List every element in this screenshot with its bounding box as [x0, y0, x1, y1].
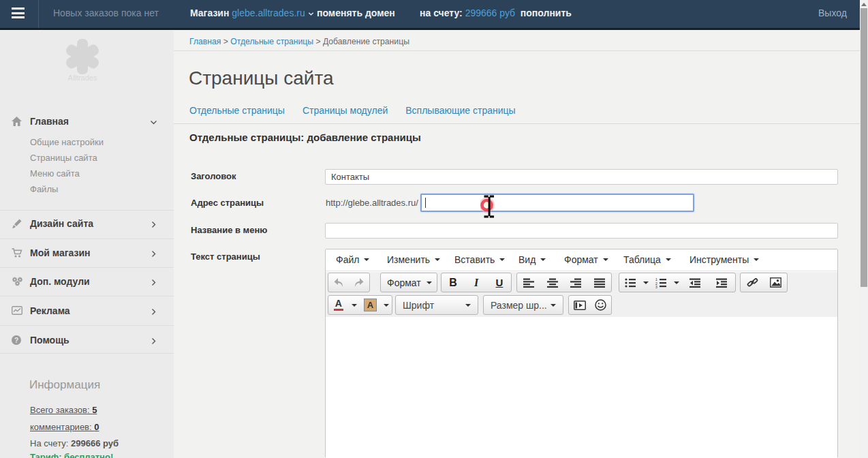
svg-text:?: ?	[14, 337, 18, 344]
svg-text:3: 3	[655, 285, 657, 288]
